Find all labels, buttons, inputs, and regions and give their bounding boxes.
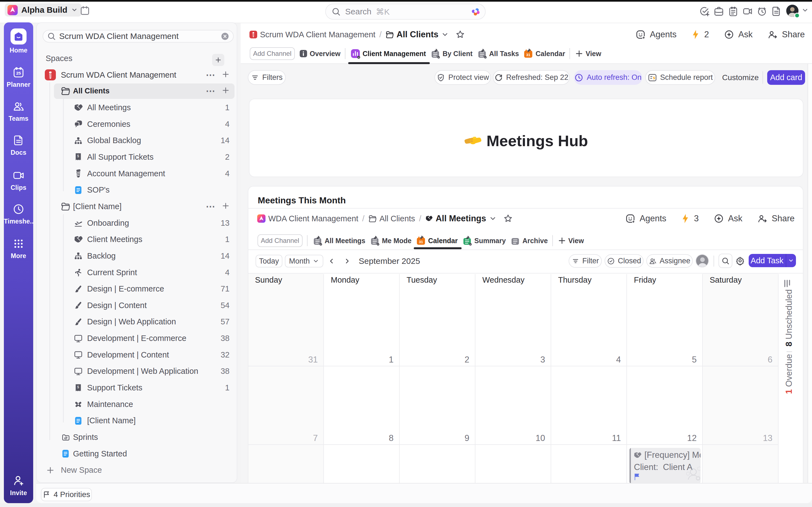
svg-text:$: $ — [77, 385, 79, 389]
svg-text:25: 25 — [16, 71, 21, 75]
svg-text:$: $ — [77, 155, 79, 158]
svg-text:31: 31 — [526, 53, 530, 57]
svg-text:31: 31 — [419, 240, 423, 244]
